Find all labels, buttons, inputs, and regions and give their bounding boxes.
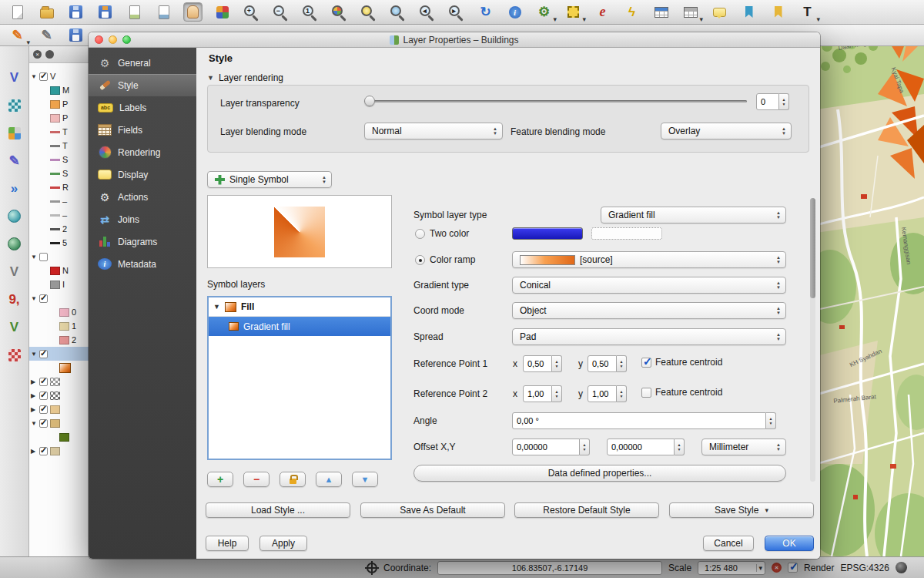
layer-row[interactable]: P — [29, 111, 89, 125]
tab-labels[interactable]: abc Labels — [89, 96, 196, 119]
tab-joins[interactable]: ⇄ Joins — [89, 208, 196, 230]
zoom-window-button[interactable] — [122, 35, 131, 44]
ref1-x-spin[interactable]: 0,50 — [523, 355, 562, 372]
layer-visibility-checkbox[interactable] — [39, 391, 48, 400]
layer-row[interactable]: N — [29, 264, 89, 277]
tab-fields[interactable]: Fields — [89, 119, 196, 141]
layer-row[interactable]: ▶ — [29, 388, 89, 402]
add-wms-layer-icon[interactable] — [5, 207, 24, 226]
renderer-select[interactable]: Single Symbol — [207, 171, 332, 188]
expand-arrow-icon[interactable]: ▼ — [31, 351, 37, 358]
scrollbar[interactable] — [810, 198, 815, 482]
ref2-centroid-checkbox[interactable] — [641, 388, 651, 398]
zoom-last-icon[interactable]: ◂ — [417, 2, 437, 22]
add-mssql-layer-icon[interactable]: » — [5, 179, 24, 198]
coord-mode-select[interactable]: Object — [512, 302, 786, 319]
transparency-value[interactable]: 0 — [756, 93, 779, 110]
ref1-y-value[interactable]: 0,50 — [588, 355, 617, 372]
data-defined-properties-button[interactable]: Data defined properties... — [413, 465, 786, 482]
labeling-icon[interactable]: ϟ — [622, 2, 641, 22]
expand-arrow-icon[interactable]: ▶ — [31, 448, 37, 455]
transparency-slider[interactable] — [364, 93, 747, 109]
two-color-radio[interactable] — [415, 229, 425, 239]
add-vector-layer-icon[interactable]: V — [5, 68, 24, 87]
add-spatialite-layer-icon[interactable]: ✎ — [5, 151, 24, 170]
layer-row[interactable]: R — [29, 180, 89, 194]
lock-color-button[interactable] — [280, 472, 306, 487]
layer-blend-select[interactable]: Normal — [364, 123, 503, 139]
layer-row[interactable]: T — [29, 139, 89, 153]
layer-visibility-checkbox[interactable] — [39, 350, 48, 358]
layer-row[interactable]: M — [29, 83, 89, 97]
layer-row[interactable]: – — [29, 194, 89, 208]
coordinate-input[interactable]: 106.83507,-6.17149 — [437, 561, 662, 575]
tab-general[interactable]: ⚙ General — [89, 52, 196, 74]
ref1-x-value[interactable]: 0,50 — [523, 355, 552, 372]
tab-style[interactable]: Style — [89, 74, 196, 96]
zoom-to-layer-icon[interactable] — [388, 2, 407, 22]
layer-row[interactable]: 2 — [29, 222, 89, 236]
toggle-editing-icon[interactable]: ✎ — [37, 25, 56, 45]
stepper-icon[interactable] — [617, 355, 627, 372]
layer-rendering-toggle[interactable]: ▼ Layer rendering — [207, 72, 283, 83]
help-button[interactable]: Help — [206, 536, 249, 551]
move-down-button[interactable]: ▼ — [352, 472, 378, 487]
stepper-icon[interactable] — [552, 385, 562, 402]
add-postgis-layer-icon[interactable] — [5, 123, 24, 143]
new-bookmark-icon[interactable] — [739, 2, 758, 22]
ref2-y-value[interactable]: 1,00 — [588, 385, 617, 402]
expand-arrow-icon[interactable]: ▼ — [213, 303, 220, 311]
layer-row[interactable]: 1 — [29, 319, 89, 333]
render-checkbox[interactable] — [788, 563, 798, 573]
offset-y-spin[interactable]: 0,00000 — [607, 439, 685, 455]
layer-visibility-checkbox[interactable] — [39, 294, 48, 303]
offset-unit-select[interactable]: Millimeter — [701, 439, 786, 455]
offset-x-spin[interactable]: 0,00000 — [512, 439, 590, 455]
tab-rendering[interactable]: Rendering — [89, 141, 196, 163]
scrollbar-thumb[interactable] — [810, 198, 815, 298]
expand-arrow-icon[interactable]: ▶ — [31, 406, 37, 413]
remove-symbol-layer-button[interactable]: − — [243, 472, 270, 487]
panel-close-icon[interactable]: × — [33, 50, 42, 59]
layer-row[interactable]: ▼ — [29, 416, 89, 430]
zoom-out-icon[interactable]: − — [271, 2, 290, 22]
ref1-centroid-checkbox[interactable] — [641, 358, 651, 368]
layer-row[interactable]: S — [29, 153, 89, 166]
new-shapefile-icon[interactable]: V — [5, 318, 24, 337]
add-delimited-text-icon[interactable]: 9, — [5, 290, 24, 309]
add-symbol-layer-button[interactable]: + — [207, 472, 233, 487]
pan-to-selection-icon[interactable] — [213, 2, 232, 22]
mouse-position-icon[interactable] — [367, 563, 377, 573]
layer-row[interactable]: – — [29, 208, 89, 222]
zoom-in-icon[interactable]: + — [242, 2, 261, 22]
save-edits-icon[interactable] — [66, 25, 85, 45]
ref2-x-spin[interactable]: 1,00 — [523, 385, 562, 402]
minimize-button[interactable] — [109, 35, 117, 44]
save-project-as-icon[interactable] — [95, 2, 115, 22]
layer-row[interactable]: 0 — [29, 305, 89, 319]
expand-arrow-icon[interactable]: ▼ — [31, 73, 37, 80]
zoom-next-icon[interactable]: ▸ — [447, 2, 466, 22]
load-style-button[interactable]: Load Style ... — [206, 502, 350, 518]
stepper-icon[interactable] — [617, 385, 627, 402]
tab-metadata[interactable]: i Metadata — [89, 253, 196, 275]
expand-arrow-icon[interactable]: ▶ — [31, 392, 37, 399]
ok-button[interactable]: OK — [765, 536, 814, 551]
layer-row[interactable]: S — [29, 166, 89, 180]
gradient-type-select[interactable]: Conical — [512, 277, 786, 294]
cancel-button[interactable]: Cancel — [703, 536, 754, 551]
layer-row[interactable]: ▶ — [29, 444, 89, 458]
angle-value[interactable]: 0,00 ° — [512, 412, 766, 429]
pan-map-icon[interactable] — [183, 2, 203, 22]
refresh-icon[interactable]: ↻ — [476, 2, 495, 22]
tab-display[interactable]: Display — [89, 163, 196, 186]
zoom-full-icon[interactable] — [330, 2, 349, 22]
layer-visibility-checkbox[interactable] — [39, 419, 48, 428]
crs-status-icon[interactable] — [896, 562, 907, 573]
layer-row[interactable]: ▼ — [29, 291, 89, 305]
stepper-icon[interactable] — [675, 439, 685, 455]
stepper-icon[interactable] — [552, 355, 562, 372]
zoom-to-selection-icon[interactable] — [359, 2, 378, 22]
save-as-default-button[interactable]: Save As Default — [360, 502, 505, 518]
transparency-spin[interactable]: 0 — [756, 93, 789, 110]
